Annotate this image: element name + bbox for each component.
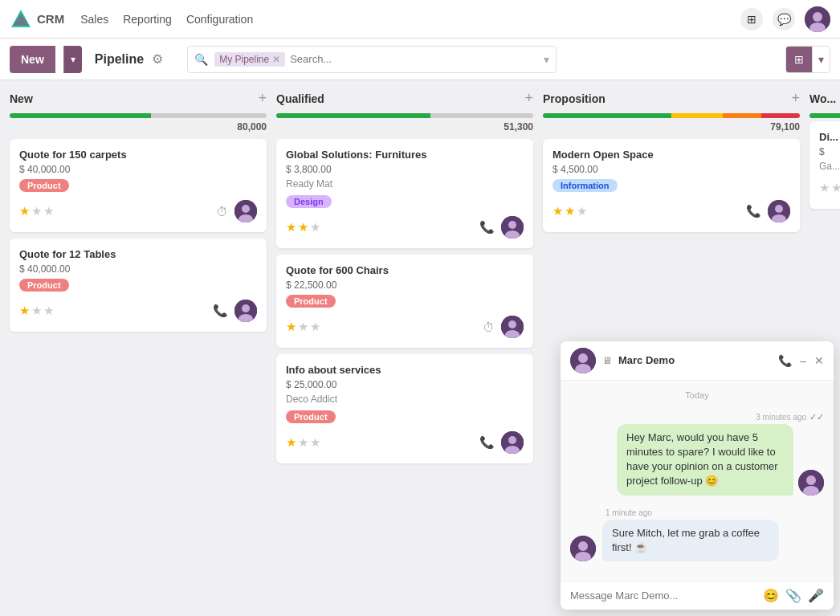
- column-add-proposition[interactable]: +: [791, 90, 800, 107]
- card-stars[interactable]: ★★★: [286, 320, 320, 334]
- nav-reporting[interactable]: Reporting: [123, 10, 172, 29]
- phone-icon: 📞: [479, 220, 495, 235]
- column-title-new: New: [10, 92, 251, 105]
- progress-segment-new: [151, 113, 267, 118]
- card-c3[interactable]: Global Solutions: Furnitures$ 3,800.00Re…: [276, 139, 533, 248]
- svg-point-12: [508, 221, 516, 229]
- card-tag-c5: Product: [286, 410, 336, 423]
- card-c1[interactable]: Quote for 150 carpets$ 40,000.00Product★…: [10, 139, 267, 232]
- card-stars[interactable]: ★★★: [819, 181, 840, 195]
- star-2[interactable]: ★: [298, 435, 308, 450]
- voice-icon[interactable]: 🎤: [808, 588, 824, 603]
- card-footer-c4: ★★★⏱: [286, 316, 524, 338]
- chat-call-icon[interactable]: 📞: [778, 354, 792, 367]
- search-dropdown-icon[interactable]: ▾: [537, 53, 556, 66]
- card-footer-icons: ⏱: [483, 316, 524, 338]
- card-stars[interactable]: ★★★: [286, 220, 320, 235]
- star-3[interactable]: ★: [310, 320, 320, 334]
- star-1[interactable]: ★: [19, 304, 30, 318]
- card-c5[interactable]: Info about services$ 25,000.00Deco Addic…: [276, 354, 533, 463]
- progress-segment-qualified: [276, 113, 430, 118]
- card-footer-c7: ★★★: [819, 177, 840, 199]
- filter-tag-remove[interactable]: ✕: [272, 54, 280, 65]
- star-3[interactable]: ★: [577, 204, 587, 218]
- kanban-view-button[interactable]: ⊞: [786, 47, 812, 72]
- column-add-new[interactable]: +: [258, 90, 267, 107]
- column-header-qualified: Qualified+: [276, 90, 533, 107]
- star-1[interactable]: ★: [286, 320, 296, 334]
- star-1[interactable]: ★: [286, 435, 296, 450]
- chat-icon[interactable]: 💬: [773, 8, 795, 31]
- user-avatar-img: [805, 6, 830, 32]
- star-1[interactable]: ★: [286, 220, 296, 235]
- card-title-c1: Quote for 150 carpets: [19, 149, 257, 161]
- new-button[interactable]: New: [10, 46, 55, 73]
- card-stars[interactable]: ★★★: [553, 204, 587, 218]
- card-title-c6: Modern Open Space: [553, 149, 790, 161]
- topnav: CRM Sales Reporting Configuration ⊞ 💬: [0, 0, 840, 39]
- card-title-c5: Info about services: [286, 364, 524, 376]
- column-add-qualified[interactable]: +: [524, 90, 533, 107]
- card-stars[interactable]: ★★★: [286, 435, 320, 450]
- progress-segment-new: [10, 113, 151, 118]
- card-amount-c4: $ 22,500.00: [286, 279, 524, 291]
- star-1[interactable]: ★: [553, 204, 563, 218]
- attachment-icon[interactable]: 📎: [785, 588, 801, 603]
- settings-icon[interactable]: ⚙: [152, 51, 163, 67]
- apps-icon[interactable]: ⊞: [740, 8, 763, 31]
- view-dropdown-button[interactable]: ▾: [812, 47, 830, 72]
- card-c6[interactable]: Modern Open Space$ 4,500.00Information★★…: [543, 139, 800, 232]
- chat-body: Today 3 minutes ago ✓✓ Hey Marc, would y…: [561, 381, 834, 581]
- star-1[interactable]: ★: [19, 204, 30, 218]
- star-3[interactable]: ★: [43, 304, 54, 318]
- star-3[interactable]: ★: [310, 220, 320, 235]
- star-2[interactable]: ★: [298, 320, 308, 334]
- filter-tag-my-pipeline[interactable]: My Pipeline ✕: [214, 52, 285, 67]
- progress-segment-won: [809, 113, 840, 118]
- card-tag-c3: Design: [286, 195, 332, 208]
- card-footer-c2: ★★★📞: [19, 300, 257, 322]
- card-stars[interactable]: ★★★: [19, 304, 54, 318]
- toolbar: New ▾ Pipeline ⚙ 🔍 My Pipeline ✕ ▾ ⊞ ▾: [0, 39, 840, 80]
- filter-tag-label: My Pipeline: [219, 54, 269, 65]
- card-tag-c2: Product: [19, 279, 69, 292]
- pipeline-title: Pipeline: [95, 52, 144, 67]
- star-2[interactable]: ★: [31, 204, 42, 218]
- card-company-c3: Ready Mat: [286, 178, 524, 190]
- star-2[interactable]: ★: [831, 181, 840, 195]
- card-amount-c2: $ 40,000.00: [19, 263, 257, 275]
- column-header-won: Wo...+: [809, 90, 840, 107]
- sent-avatar: [798, 470, 824, 496]
- app-logo[interactable]: CRM: [10, 8, 64, 31]
- card-c7[interactable]: Di...$Ga...★★★: [809, 121, 840, 209]
- chat-close-icon[interactable]: ✕: [814, 354, 824, 367]
- chat-contact-avatar: [570, 348, 596, 373]
- chat-minimize-icon[interactable]: –: [800, 354, 806, 367]
- card-footer-icons: 📞: [746, 200, 790, 222]
- card-footer-c3: ★★★📞: [286, 216, 524, 239]
- chat-header-icons: 📞 – ✕: [778, 354, 824, 367]
- star-2[interactable]: ★: [298, 220, 308, 235]
- card-stars[interactable]: ★★★: [19, 204, 54, 218]
- emoji-icon[interactable]: 😊: [763, 588, 779, 603]
- star-2[interactable]: ★: [31, 304, 42, 318]
- nav-menu: Sales Reporting Configuration: [80, 10, 253, 29]
- svg-point-27: [578, 353, 588, 363]
- card-c2[interactable]: Quote for 12 Tables$ 40,000.00Product★★★…: [10, 239, 267, 332]
- star-2[interactable]: ★: [565, 204, 575, 218]
- star-1[interactable]: ★: [819, 181, 830, 195]
- nav-sales[interactable]: Sales: [80, 10, 108, 29]
- svg-point-33: [578, 541, 588, 551]
- star-3[interactable]: ★: [310, 435, 320, 450]
- card-tag-c1: Product: [19, 179, 69, 192]
- progress-bar-qualified: [276, 113, 533, 118]
- new-dropdown-button[interactable]: ▾: [63, 46, 82, 73]
- card-title-c2: Quote for 12 Tables: [19, 248, 257, 260]
- star-3[interactable]: ★: [43, 204, 54, 218]
- chat-message-input[interactable]: [570, 589, 756, 602]
- nav-configuration[interactable]: Configuration: [186, 10, 253, 29]
- card-c4[interactable]: Quote for 600 Chairs$ 22,500.00Product★★…: [276, 255, 533, 348]
- phone-icon: 📞: [746, 204, 761, 218]
- user-avatar[interactable]: [805, 6, 830, 32]
- search-input[interactable]: [285, 53, 537, 65]
